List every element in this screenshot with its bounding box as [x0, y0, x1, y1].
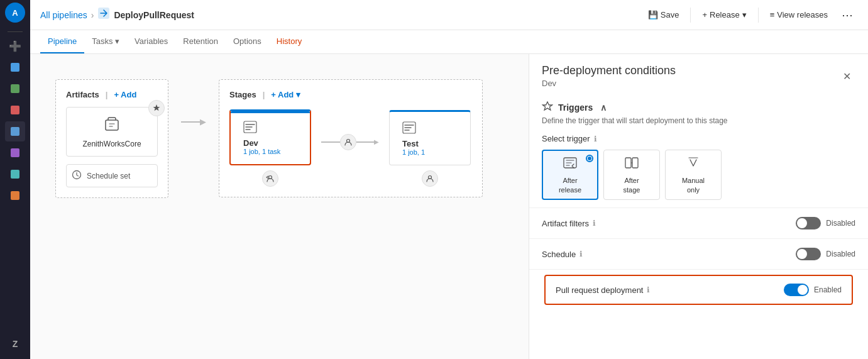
pipeline-name: DeployPullRequest: [114, 10, 194, 20]
stage-card-dev[interactable]: Dev 1 job, 1 task: [229, 109, 311, 165]
stage-connector: ▶: [321, 134, 379, 150]
topbar-actions: 💾 Save + Release ▾ ≡ View releases ⋯: [642, 7, 858, 23]
svg-rect-0: [11, 63, 19, 72]
panel-title: Pre-deployment conditions Dev: [542, 64, 676, 88]
after-stage-label: Afterstage: [624, 176, 640, 194]
after-stage-icon: [624, 155, 639, 172]
svg-rect-6: [11, 191, 19, 200]
schedule-item: Schedule set: [66, 164, 158, 187]
stage-card-test[interactable]: Test 1 job, 1: [389, 110, 471, 165]
test-pre-deploy-button[interactable]: [422, 170, 438, 187]
stages-box: Stages | + Add ▾: [219, 79, 483, 197]
artifact-filters-info-icon[interactable]: ℹ: [593, 219, 596, 228]
schedule-row: Schedule ℹ Disabled: [529, 239, 868, 270]
artifact-filters-switch[interactable]: [796, 217, 821, 229]
stage-dev-icon: [243, 120, 257, 136]
artifact-filters-status: Disabled: [826, 219, 855, 228]
svg-rect-4: [11, 148, 19, 157]
pull-request-info-icon[interactable]: ℹ: [647, 285, 650, 294]
manual-only-label: Manualonly: [682, 176, 705, 194]
tab-options[interactable]: Options: [226, 30, 269, 53]
sidebar-flask-icon[interactable]: [5, 143, 25, 163]
sidebar-pipeline-icon[interactable]: [5, 121, 25, 141]
trigger-after-release-radio: [586, 155, 593, 162]
breadcrumb: All pipelines › DeployPullRequest: [40, 7, 194, 23]
panel-close-button[interactable]: ✕: [838, 67, 855, 85]
pipeline-area: Artifacts | + Add ZenithWorksCore: [30, 54, 868, 359]
dev-pre-deploy-button[interactable]: [262, 170, 278, 187]
stages-add-button[interactable]: + Add ▾: [271, 90, 300, 99]
sidebar: A ➕ Z: [0, 0, 30, 359]
sidebar-add-icon[interactable]: ➕: [5, 36, 25, 56]
artifacts-add-button[interactable]: + Add: [114, 90, 136, 99]
artifact-trigger-button[interactable]: [148, 100, 165, 116]
pull-request-status: Enabled: [814, 285, 842, 294]
svg-rect-16: [625, 158, 631, 168]
pull-request-container: Pull request deployment ℹ Enabled: [529, 270, 868, 320]
triggers-heading: Triggers ∧: [542, 101, 855, 114]
stage-test-icon: [402, 121, 416, 136]
stages-label: Stages: [229, 90, 256, 99]
pull-request-label: Pull request deployment ℹ: [556, 285, 650, 295]
sidebar-user-icon[interactable]: [5, 57, 25, 77]
schedule-switch[interactable]: [796, 248, 821, 260]
artifacts-label: Artifacts: [66, 90, 99, 99]
stage-dev-detail: 1 job, 1 task: [243, 148, 280, 155]
sidebar-z-icon[interactable]: Z: [5, 334, 25, 354]
post-deploy-circle[interactable]: [340, 134, 356, 150]
stage-test-detail: 1 job, 1: [402, 148, 425, 156]
artifacts-title: Artifacts | + Add: [66, 90, 158, 99]
schedule-label: Schedule ℹ: [542, 250, 583, 259]
tab-pipeline[interactable]: Pipeline: [40, 30, 84, 53]
breadcrumb-link[interactable]: All pipelines: [40, 10, 87, 20]
stages-section: Stages | + Add ▾: [219, 79, 483, 197]
after-release-icon: [563, 155, 578, 172]
more-options-button[interactable]: ⋯: [837, 7, 858, 23]
sidebar-wrench-icon[interactable]: [5, 185, 25, 206]
stage-test-top: [402, 121, 416, 136]
manual-only-icon: [686, 155, 701, 172]
triggers-desc: Define the trigger that will start deplo…: [542, 116, 855, 125]
release-chevron-icon: ▾: [742, 10, 747, 19]
right-panel: Pre-deployment conditions Dev ✕ Triggers…: [529, 54, 868, 359]
svg-rect-17: [632, 158, 638, 168]
canvas-content: Artifacts | + Add ZenithWorksCore: [43, 67, 516, 211]
schedule-info-icon[interactable]: ℹ: [580, 250, 583, 258]
artifacts-box: Artifacts | + Add ZenithWorksCore: [55, 79, 168, 198]
sidebar-check-icon[interactable]: [5, 79, 25, 99]
artifact-name: ZenithWorksCore: [82, 140, 141, 148]
svg-rect-2: [11, 106, 19, 114]
breadcrumb-separator: ›: [91, 10, 94, 20]
sidebar-gear-icon[interactable]: [5, 164, 25, 184]
tab-variables[interactable]: Variables: [127, 30, 175, 53]
main-area: All pipelines › DeployPullRequest 💾 Save…: [30, 0, 868, 359]
svg-rect-3: [11, 127, 19, 136]
svg-rect-1: [11, 84, 19, 93]
svg-rect-5: [11, 170, 19, 179]
schedule-label: Schedule set: [87, 172, 130, 180]
triggers-collapse-icon[interactable]: ∧: [600, 102, 607, 113]
trigger-info-icon[interactable]: ℹ: [594, 135, 597, 143]
save-button[interactable]: 💾 Save: [642, 7, 686, 23]
sidebar-clipboard-icon[interactable]: [5, 100, 25, 120]
tab-retention[interactable]: Retention: [175, 30, 226, 53]
schedule-toggle: Disabled: [796, 248, 855, 260]
svg-rect-8: [106, 120, 118, 130]
view-releases-button[interactable]: ≡ View releases: [764, 7, 834, 23]
artifact-icon: [103, 115, 121, 136]
artifact-filters-label: Artifact filters ℹ: [542, 219, 596, 228]
pull-request-row: Pull request deployment ℹ Enabled: [544, 275, 853, 305]
artifacts-section: Artifacts | + Add ZenithWorksCore: [55, 79, 168, 198]
stage-dev-name: Dev: [243, 138, 258, 148]
triggers-icon: [542, 101, 553, 114]
panel-header: Pre-deployment conditions Dev ✕: [529, 54, 868, 93]
pull-request-switch[interactable]: [784, 284, 809, 296]
save-disk-icon: 💾: [648, 10, 658, 19]
release-button[interactable]: + Release ▾: [696, 7, 752, 23]
tab-history[interactable]: History: [269, 30, 309, 53]
trigger-after-release[interactable]: Afterrelease: [542, 150, 598, 200]
triggers-section: Triggers ∧ Define the trigger that will …: [529, 93, 868, 208]
trigger-manual-only[interactable]: Manualonly: [665, 150, 722, 200]
trigger-after-stage[interactable]: Afterstage: [603, 150, 660, 200]
tab-tasks[interactable]: Tasks ▾: [84, 30, 127, 53]
